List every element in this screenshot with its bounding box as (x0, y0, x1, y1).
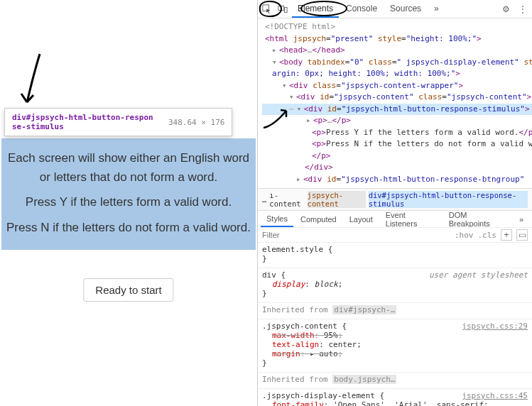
dom-p-text-1[interactable]: <p>Press Y if the letters form a valid w… (262, 127, 532, 139)
styles-pane[interactable]: element.style { } div {user agent styles… (258, 242, 532, 406)
rule-element-style[interactable]: element.style { } (258, 243, 532, 268)
dom-head[interactable]: ▸<head>…</head> (262, 45, 532, 57)
svg-rect-2 (285, 7, 288, 12)
dom-breadcrumb[interactable]: … ı-content jspsych-content div#jspsych-… (258, 188, 532, 210)
tab-more[interactable]: » (428, 1, 445, 18)
rule-div-uas[interactable]: div {user agent stylesheet display: bloc… (258, 268, 532, 303)
dom-content[interactable]: ▾<div id="jspsych-content" class="jspsyc… (262, 92, 532, 104)
stimulus-line-1: Each screen will show either an English … (6, 148, 251, 187)
breadcrumb-item-2[interactable]: jspsych-content (308, 191, 366, 208)
devtools-toolbar: Elements Console Sources » ⚙ ⋮ (258, 0, 532, 18)
gear-icon[interactable]: ⚙ (499, 3, 512, 16)
stimulus-line-2: Press Y if the letters form a valid word… (6, 192, 251, 212)
dom-p-collapsed[interactable]: ▸<p>…</p> (262, 115, 532, 127)
rule-inherited-body[interactable]: Inherited from body.jspsych… (258, 373, 532, 389)
stimulus-highlighted: Each screen will show either an English … (1, 138, 256, 250)
breadcrumb-ellipsis: … (262, 195, 266, 204)
breadcrumb-item-1[interactable]: ı-content (269, 191, 304, 208)
dom-p-text-2[interactable]: <p>Press N if the letters do not form a … (262, 138, 532, 150)
styles-filter-row: :hov .cls + ▭ (258, 227, 532, 242)
tooltip-dimensions: 348.64 × 176 (168, 118, 224, 127)
new-style-rule-icon[interactable]: + (501, 229, 512, 241)
rule-inherited-content[interactable]: Inherited from div#jspsych-… (258, 303, 532, 319)
element-inspect-tooltip: div#jspsych-html-button-response-stimulu… (4, 108, 232, 136)
tab-styles[interactable]: Styles (261, 212, 293, 227)
tooltip-selector: div#jspsych-html-button-response-stimulu… (12, 113, 154, 131)
dom-btngroup[interactable]: ▸<div id="jspsych-html-button-response-b… (262, 174, 532, 186)
styles-filter-input[interactable] (262, 231, 450, 239)
dom-body[interactable]: ▾<body tabindex="0" class=" jspsych-disp… (262, 57, 532, 69)
dom-wrapper[interactable]: ▾<div class="jspsych-content-wrapper"> (262, 80, 532, 92)
dom-stimulus-selected[interactable]: ⋯▾<div id="jspsych-html-button-response-… (262, 104, 532, 116)
annotation-circle-elements (300, 1, 347, 16)
ready-to-start-button[interactable]: Ready to start (83, 278, 173, 302)
kebab-icon[interactable]: ⋮ (516, 3, 529, 16)
page-preview: div#jspsych-html-button-response-stimulu… (0, 0, 257, 406)
breadcrumb-item-3[interactable]: div#jspsych-html-button-response-stimulu… (369, 191, 528, 208)
dom-doctype: <!DOCTYPE html> (265, 22, 335, 31)
tab-computed[interactable]: Computed (295, 212, 342, 226)
tab-styles-more[interactable]: » (514, 212, 529, 226)
hov-toggle[interactable]: :hov (455, 231, 474, 240)
annotation-arrow-2 (259, 106, 295, 131)
dom-html[interactable]: <html jspsych="present" style="height: 1… (262, 33, 532, 45)
cls-toggle[interactable]: .cls (478, 231, 497, 240)
tab-sources[interactable]: Sources (384, 1, 427, 18)
devtools-panel: Elements Console Sources » ⚙ ⋮ <!DOCTYPE… (257, 0, 532, 406)
rule-display-element[interactable]: .jspsych-display-element {jspsych.css:45… (258, 389, 532, 406)
rule-jspsych-content[interactable]: .jspsych-content {jspsych.css:29 max-wid… (258, 319, 532, 373)
stimulus-line-3: Press N if the letters do not form a val… (6, 218, 251, 237)
annotation-circle-inspect (259, 1, 282, 17)
styles-tabs: Styles Computed Layout Event Listeners D… (258, 210, 532, 227)
annotation-arrow-1 (13, 51, 48, 111)
tab-layout[interactable]: Layout (344, 212, 379, 226)
dom-tree[interactable]: <!DOCTYPE html> <html jspsych="present" … (258, 18, 532, 188)
styles-pane-icon[interactable]: ▭ (516, 229, 528, 241)
